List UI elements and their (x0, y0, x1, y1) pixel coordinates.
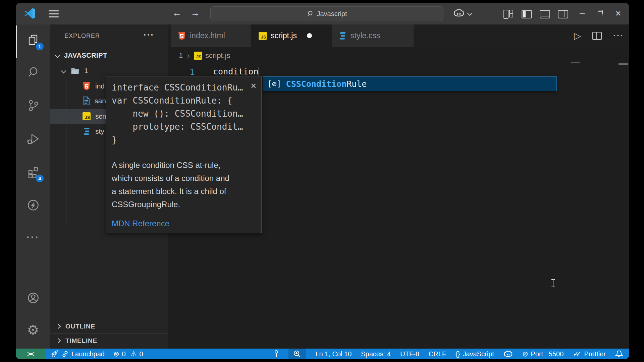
remote-indicator[interactable]: >< (16, 349, 45, 359)
port-item[interactable]: ⊘ Port : 5500 (522, 350, 564, 358)
hover-code-line: new (): CSSCondition… (112, 107, 256, 120)
more-views-icon[interactable]: ··· (16, 227, 50, 247)
editor-actions: ▷ ··· (574, 24, 624, 47)
line-number: 1 (168, 67, 195, 77)
sidebar-item-search[interactable] (16, 62, 50, 82)
suggestion-match-text: CSSCondition (286, 79, 347, 89)
sidebar-item-source-control[interactable] (16, 96, 50, 116)
copilot-chevron-down-icon[interactable] (467, 11, 473, 16)
mouse-ibeam-cursor (550, 279, 556, 289)
braces-icon: {} (455, 350, 460, 358)
settings-gear-icon[interactable]: ⚙ (16, 320, 50, 340)
launchpad-item[interactable]: Launchpad (51, 350, 105, 358)
tab-label: script.js (271, 31, 297, 40)
problems-item[interactable]: ⊗ 0 ⚠ 0 (113, 350, 143, 358)
folder-name: 1 (84, 67, 88, 75)
restore-button[interactable] (595, 9, 605, 19)
suggest-widget[interactable]: [⊘] CSSCondition Rule (263, 76, 557, 91)
breadcrumb[interactable]: 1 › JS script.js (168, 47, 629, 64)
copilot-status-icon[interactable] (503, 350, 513, 358)
timeline-section[interactable]: TIMELINE (50, 333, 168, 348)
copilot-icon[interactable] (453, 8, 465, 20)
mdn-reference-link[interactable]: MDN Reference (106, 211, 261, 228)
hover-code-line: prototype: CSSCondit… (112, 120, 256, 133)
chevron-down-icon (61, 68, 66, 73)
indentation-item[interactable]: Spaces: 4 (361, 350, 391, 358)
eol-item[interactable]: CRLF (429, 350, 446, 358)
suggest-details-popup: ✕ interface CSSConditionRu… var CSSCondi… (106, 76, 262, 233)
search-icon (307, 10, 313, 17)
language-mode-item[interactable]: {} JavaScript (455, 350, 494, 358)
folder-icon (71, 67, 79, 74)
close-icon[interactable]: ✕ (251, 82, 257, 90)
account-icon[interactable] (16, 288, 50, 308)
errors-icon: ⊗ (113, 350, 119, 358)
scrollbar-slider[interactable] (619, 63, 628, 65)
prettier-item[interactable]: ✓✓ Prettier (573, 350, 606, 358)
editor-more-actions-icon[interactable]: ··· (613, 31, 624, 41)
run-button[interactable]: ▷ (574, 31, 581, 41)
sidebar-item-run-debug[interactable] (16, 129, 50, 149)
toggle-panel-icon[interactable] (540, 10, 550, 18)
toggle-sidebar-icon[interactable] (522, 10, 532, 18)
tab-script-js[interactable]: JS script.js (252, 24, 331, 47)
file-icon (83, 97, 90, 105)
tab-style-css[interactable]: style.css (332, 24, 414, 47)
sidebar-item-extensions[interactable]: 4 (16, 162, 50, 182)
back-button[interactable]: ← (172, 7, 181, 19)
hover-code-line: var CSSConditionRule: { (112, 94, 256, 107)
tab-label: style.css (351, 31, 380, 40)
sidebar-item-lightning[interactable] (16, 195, 50, 215)
breadcrumb-separator: › (187, 51, 190, 61)
breadcrumb-file[interactable]: script.js (205, 51, 230, 60)
hover-code-line: interface CSSConditionRu… (112, 81, 256, 94)
double-check-icon: ✓✓ (573, 350, 578, 358)
menu-icon[interactable] (49, 10, 59, 19)
outline-section[interactable]: OUTLINE (50, 319, 168, 334)
html-file-icon (83, 82, 91, 90)
css-file-icon (83, 127, 91, 136)
customize-layout-icon[interactable] (503, 10, 513, 17)
suggestion-rest-text: Rule (346, 79, 367, 89)
file-name: ind (95, 82, 105, 90)
file-name: sty (95, 127, 104, 135)
errors-count: 0 (122, 350, 126, 358)
vscode-window: ← → Javascript ✕ 1 (16, 3, 629, 359)
screencast-icon[interactable] (274, 350, 279, 358)
overview-ruler-mark (571, 62, 580, 63)
close-button[interactable]: ✕ (613, 9, 623, 19)
hover-description: A single condition CSS at-rule, which co… (106, 146, 261, 211)
html-file-icon (178, 32, 186, 40)
warnings-icon: ⚠ (130, 350, 137, 358)
sidebar-actions-icon[interactable]: ··· (144, 30, 154, 40)
js-file-icon: JS (83, 112, 91, 120)
sidebar-item-explorer[interactable]: 1 (16, 30, 50, 50)
tab-index-html[interactable]: index.html (171, 24, 252, 47)
toggle-secondary-sidebar-icon[interactable] (558, 10, 568, 18)
sidebar-header: EXPLORER ··· (50, 32, 168, 42)
modified-dot-icon[interactable] (307, 33, 312, 38)
command-center-search[interactable]: Javascript (210, 6, 443, 21)
file-name: san (95, 97, 106, 105)
split-editor-icon[interactable] (592, 32, 602, 40)
tab-label: index.html (190, 31, 225, 40)
rocket-icon (51, 350, 59, 358)
cursor-position-item[interactable]: Ln 1, Col 10 (315, 350, 352, 358)
sidebar-title: EXPLORER (64, 33, 100, 40)
hover-code-block: interface CSSConditionRu… var CSSConditi… (106, 76, 261, 146)
breadcrumb-folder[interactable]: 1 (179, 51, 183, 60)
vscode-logo-icon (24, 7, 36, 21)
status-bar: >< Launchpad ⊗ 0 ⚠ 0 (16, 349, 629, 359)
chevron-right-icon (56, 324, 61, 329)
workspace-section-javascript[interactable]: JAVASCRIPT (50, 49, 168, 61)
notifications-bell-icon[interactable] (615, 350, 623, 358)
activity-bar: 1 4 ··· ⚙ (16, 24, 50, 349)
minimize-button[interactable] (577, 9, 587, 19)
extensions-badge: 4 (36, 175, 44, 182)
link-icon (61, 350, 69, 358)
encoding-item[interactable]: UTF-8 (400, 350, 419, 358)
hover-code-line: } (112, 133, 256, 146)
zoom-in-icon[interactable] (288, 349, 306, 359)
suggestion-kind-icon: [⊘] (267, 79, 281, 88)
forward-button[interactable]: → (191, 7, 200, 19)
